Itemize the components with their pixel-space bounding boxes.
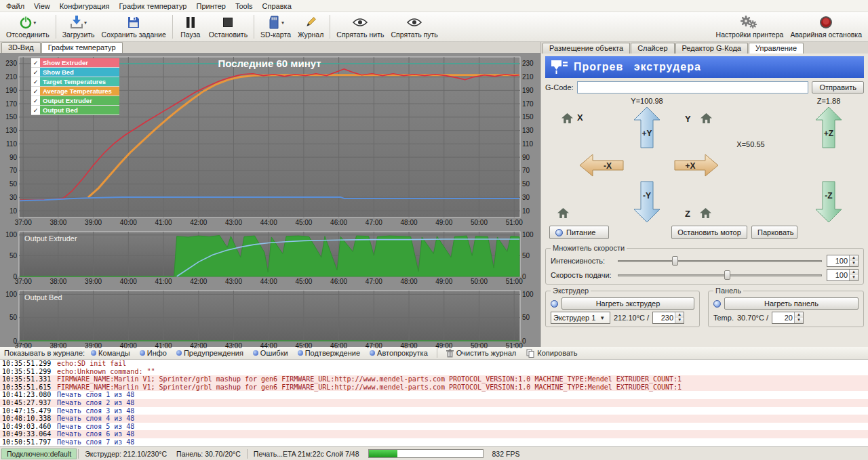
legend-item[interactable]: ✓Target Temperatures	[31, 77, 119, 87]
gcode-input[interactable]	[577, 81, 809, 93]
legend-checkbox[interactable]: ✓	[31, 87, 40, 96]
send-gcode-button[interactable]: Отправить	[812, 81, 864, 93]
svg-text:37:00: 37:00	[15, 342, 32, 350]
log-output[interactable]: 10:35:51.299echo:SD init fail10:35:51.29…	[0, 360, 868, 446]
gears-icon	[741, 15, 758, 30]
svg-text:150: 150	[522, 113, 534, 121]
svg-text:+X: +X	[685, 161, 695, 171]
sd-card-button[interactable]: ▾ SD-карта	[257, 13, 294, 41]
hide-filament-button[interactable]: Спрятать нить	[333, 13, 387, 41]
jog-plus-x-button[interactable]: +X	[674, 154, 719, 177]
spin-down-icon[interactable]: ▼	[675, 318, 684, 323]
feed-rate-spinner[interactable]: 100▲▼	[827, 269, 859, 281]
spin-up-icon[interactable]: ▲	[850, 255, 858, 261]
legend-checkbox[interactable]: ✓	[31, 96, 40, 105]
menu-item[interactable]: Конфигурация	[55, 1, 115, 11]
svg-text:37:00: 37:00	[15, 219, 32, 226]
load-button[interactable]: ▾ Загрузить	[59, 13, 98, 41]
stop-motor-button[interactable]: Остановить мотор	[671, 226, 747, 239]
tab-manual-control[interactable]: Управление	[749, 43, 804, 54]
svg-text:46:00: 46:00	[330, 278, 347, 285]
pause-button[interactable]: Пауза	[176, 13, 205, 41]
jog-plus-y-button[interactable]: +Y	[633, 106, 660, 148]
slider-handle[interactable]	[724, 270, 730, 280]
spin-up-icon[interactable]: ▲	[850, 270, 858, 275]
log-toggle-button[interactable]: Журнал	[294, 13, 327, 41]
slider-handle[interactable]	[672, 256, 678, 266]
bed-temp-label: Temp.	[713, 314, 734, 322]
svg-text:50: 50	[9, 314, 18, 321]
output-extruder-chart: 37:0038:0039:0040:0041:0042:0043:0044:00…	[0, 229, 540, 286]
svg-text:51:00: 51:00	[506, 342, 523, 350]
heat-extruder-button[interactable]: Нагреть экструдер	[561, 297, 694, 310]
flow-rate-slider[interactable]	[616, 255, 823, 266]
spin-down-icon[interactable]: ▼	[795, 318, 803, 323]
save-job-button[interactable]: Сохранить задание	[98, 13, 170, 41]
legend-checkbox[interactable]: ✓	[31, 68, 40, 77]
svg-text:45:00: 45:00	[295, 278, 312, 285]
status-bar: Подключено:default Экструдер: 212.10/230…	[0, 446, 868, 460]
power-button[interactable]: Питание	[549, 226, 609, 239]
legend-label: Show Extruder	[40, 58, 119, 67]
flow-rate-spinner[interactable]: 100▲▼	[827, 255, 859, 267]
spin-up-icon[interactable]: ▲	[795, 312, 803, 318]
bed-temp-spinner[interactable]: 20▲▼	[772, 312, 804, 324]
toolbar-label: Журнал	[298, 30, 323, 39]
tab-object-placement[interactable]: Размещение объекта	[542, 43, 630, 54]
home-z-icon[interactable]	[700, 208, 711, 220]
park-button[interactable]: Парковать	[751, 226, 797, 239]
legend-checkbox[interactable]: ✓	[31, 58, 40, 67]
log-message: Печать слоя 6 из 48	[57, 430, 134, 438]
svg-text:210: 210	[522, 73, 534, 81]
extruder-temp-spinner[interactable]: 230▲▼	[652, 312, 684, 324]
svg-text:110: 110	[522, 140, 533, 148]
legend-checkbox[interactable]: ✓	[31, 77, 40, 86]
dropdown-arrow-icon[interactable]: ▾	[281, 20, 284, 26]
extruder-select[interactable]: Экструдер 1▼	[551, 312, 610, 324]
menu-item[interactable]: Tools	[231, 1, 258, 11]
tab-temperature-curve[interactable]: График температур	[41, 42, 123, 53]
home-y-icon[interactable]	[701, 113, 712, 125]
spin-down-icon[interactable]: ▼	[850, 275, 858, 280]
stop-icon	[221, 16, 235, 29]
legend-item[interactable]: ✓Show Bed	[31, 68, 119, 77]
menu-item[interactable]: Файл	[1, 1, 29, 11]
legend-checkbox[interactable]: ✓	[31, 106, 40, 114]
printer-settings-button[interactable]: Настройки принтера	[713, 13, 787, 41]
tab-slicer[interactable]: Слайсер	[631, 43, 674, 54]
svg-text:40:00: 40:00	[120, 342, 137, 350]
legend-item[interactable]: ✓Average Temperatures	[31, 87, 119, 96]
menu-item[interactable]: Принтер	[192, 1, 231, 11]
feed-rate-slider[interactable]	[616, 270, 823, 280]
hide-travel-button[interactable]: Спрятать путь	[387, 13, 441, 41]
log-message: FIRMWARE_NAME:Marlin V1; Sprinter/grbl m…	[57, 375, 682, 383]
jog-minus-y-button[interactable]: -Y	[633, 181, 660, 223]
output-bed-chart: 37:0038:0039:0040:0041:0042:0043:0044:00…	[0, 288, 540, 350]
jog-minus-z-button[interactable]: -Z	[815, 181, 842, 223]
jog-plus-z-button[interactable]: +Z	[815, 106, 842, 148]
dropdown-arrow-icon[interactable]: ▾	[33, 20, 36, 26]
toolbar-separator	[254, 15, 254, 39]
banner-text: Прогрев экструдера	[574, 61, 701, 73]
home-x-icon[interactable]	[561, 113, 573, 125]
home-all-icon[interactable]	[557, 208, 569, 220]
legend-item[interactable]: ✓Show Extruder	[31, 58, 119, 68]
svg-text:49:00: 49:00	[435, 278, 452, 285]
spin-down-icon[interactable]: ▼	[850, 261, 858, 266]
jog-minus-x-button[interactable]: -X	[579, 154, 624, 177]
disconnect-button[interactable]: ▾ Отсоединить	[3, 13, 53, 41]
legend-item[interactable]: ✓Output Bed	[31, 106, 119, 115]
menu-item[interactable]: Справка	[258, 1, 296, 11]
stop-button[interactable]: Остановить	[205, 13, 251, 41]
svg-text:38:00: 38:00	[50, 278, 66, 285]
emergency-stop-button[interactable]: Аварийная остановка	[787, 13, 865, 41]
menu-item[interactable]: View	[29, 1, 55, 11]
legend-item[interactable]: ✓Output Extruder	[31, 96, 119, 106]
toolbar-separator	[172, 15, 173, 39]
spin-up-icon[interactable]: ▲	[675, 312, 684, 318]
menu-item[interactable]: График температур	[115, 1, 192, 11]
tab-gcode-editor[interactable]: Редактор G-Кода	[675, 43, 748, 54]
dropdown-arrow-icon[interactable]: ▾	[84, 20, 87, 26]
tab-3d-view[interactable]: 3D-Вид	[1, 42, 41, 53]
heat-bed-button[interactable]: Нагреть панель	[724, 297, 859, 310]
